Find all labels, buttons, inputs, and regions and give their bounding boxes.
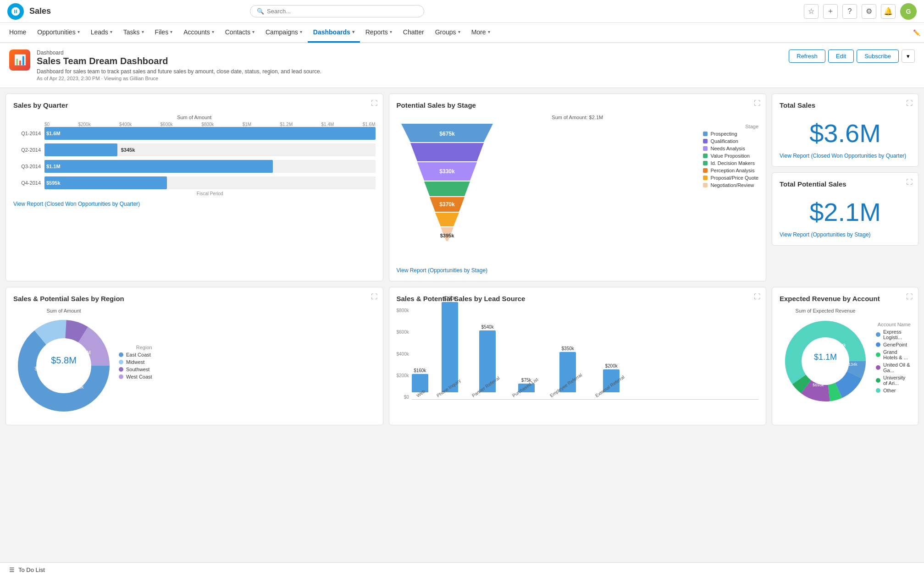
funnel-subtitle: Sum of Amount: $2.1M xyxy=(397,115,759,120)
lead-source-bars: $160k Web $790k Phone Inquiry $540k Part… xyxy=(412,308,758,400)
view-report-link[interactable]: View Report (Opportunities by Stage) xyxy=(397,267,759,274)
view-report-link[interactable]: View Report (Closed Won Opportunities by… xyxy=(13,201,376,207)
svg-text:$5.8M: $5.8M xyxy=(51,355,77,365)
sidebar-item-campaigns[interactable]: Campaigns ▾ xyxy=(260,22,308,43)
list-item: Negotiation/Review xyxy=(703,182,758,188)
dashboard-title-area: Dashboard Sales Team Dream Dashboard Das… xyxy=(37,49,321,81)
notifications-button[interactable]: 🔔 xyxy=(881,4,896,19)
dashboard-header: 📊 Dashboard Sales Team Dream Dashboard D… xyxy=(0,43,924,88)
total-sales-value: $3.6M xyxy=(780,118,911,148)
list-item: Midwest xyxy=(119,359,152,365)
svg-text:$1.1M: $1.1M xyxy=(814,352,837,362)
bar-external: $200k External Referral xyxy=(594,363,629,399)
breadcrumb: Dashboard xyxy=(37,49,321,56)
svg-text:$330k: $330k xyxy=(439,168,455,175)
sales-by-lead-source-card: Sales & Potential Sales by Lead Source ⛶… xyxy=(389,287,767,425)
list-item: Southwest xyxy=(119,367,152,372)
search-input[interactable] xyxy=(267,8,417,15)
avatar[interactable]: G xyxy=(900,3,917,20)
top-bar: Sales 🔍 ☆ ＋ ? ⚙ 🔔 G xyxy=(0,0,924,23)
search-bar[interactable]: 🔍 xyxy=(250,5,424,17)
donut-container: Sum of Amount $5.8M $3.7M $930k xyxy=(13,308,376,418)
bar-chart-subtitle: Sum of Amount xyxy=(13,115,376,120)
main-content: Sales by Quarter ⛶ Sum of Amount $0$200k… xyxy=(0,88,924,431)
expand-icon[interactable]: ⛶ xyxy=(371,293,377,300)
sidebar-item-tasks[interactable]: Tasks ▾ xyxy=(118,22,149,43)
bar-web: $160k Web xyxy=(412,368,428,399)
chevron-down-icon: ▾ xyxy=(488,29,490,34)
expand-icon[interactable]: ⛶ xyxy=(906,293,913,300)
list-item: Value Proposition xyxy=(703,153,758,159)
chevron-down-icon: ▾ xyxy=(252,29,255,34)
expand-icon[interactable]: ⛶ xyxy=(906,178,913,186)
total-sales-title: Total Sales xyxy=(780,101,911,109)
svg-marker-8 xyxy=(435,213,459,226)
y-axis: $800k $600k $400k $200k $0 xyxy=(397,308,412,400)
sf-logo[interactable] xyxy=(7,3,24,20)
svg-text:$124k: $124k xyxy=(835,343,846,347)
expand-icon[interactable]: ⛶ xyxy=(906,99,913,107)
sidebar-item-home[interactable]: Home xyxy=(4,22,32,43)
sidebar-item-dashboards[interactable]: Dashboards ▾ xyxy=(308,22,360,43)
bar-purchased: $75k Purchased List xyxy=(511,378,542,399)
funnel-legend: Stage Prospecting Qualification Needs An… xyxy=(703,124,758,190)
chevron-down-icon: ▾ xyxy=(352,29,354,34)
list-item: Grand Hotels & ... xyxy=(876,349,911,360)
favorites-button[interactable]: ☆ xyxy=(804,4,819,19)
sales-by-region-card: Sales & Potential Sales by Region ⛶ Sum … xyxy=(6,287,383,425)
total-potential-link[interactable]: View Report (Opportunities by Stage) xyxy=(780,231,911,238)
total-sales-link[interactable]: View Report (Closed Won Opportunities by… xyxy=(780,153,911,159)
help-button[interactable]: ? xyxy=(842,4,857,19)
chevron-down-icon: ▾ xyxy=(142,29,144,34)
svg-text:$3.7M: $3.7M xyxy=(78,350,91,355)
expand-icon[interactable]: ⛶ xyxy=(754,99,760,107)
chevron-down-icon: ▾ xyxy=(110,29,112,34)
add-button[interactable]: ＋ xyxy=(823,4,838,19)
sidebar-item-chatter[interactable]: Chatter xyxy=(398,22,430,43)
svg-text:$675k: $675k xyxy=(439,131,455,137)
table-row: Q1-2014 $1.6M xyxy=(13,127,376,140)
sidebar-item-more[interactable]: More ▾ xyxy=(466,22,496,43)
sidebar-item-opportunities[interactable]: Opportunities ▾ xyxy=(32,22,85,43)
sidebar-item-reports[interactable]: Reports ▾ xyxy=(360,22,398,43)
sidebar-item-groups[interactable]: Groups ▾ xyxy=(430,22,466,43)
chevron-down-icon: ▾ xyxy=(390,29,392,34)
bar-chart-rows: Q1-2014 $1.6M Q2-2014 $345k Q3-2014 $1.1… xyxy=(13,127,376,189)
expand-icon[interactable]: ⛶ xyxy=(371,99,377,107)
top-icons: ☆ ＋ ? ⚙ 🔔 G xyxy=(804,3,917,20)
sidebar-item-leads[interactable]: Leads ▾ xyxy=(85,22,118,43)
table-row: Q4-2014 $595k xyxy=(13,176,376,189)
sidebar-item-accounts[interactable]: Accounts ▾ xyxy=(178,22,220,43)
potential-sales-title: Potential Sales by Stage xyxy=(397,101,759,109)
refresh-button[interactable]: Refresh xyxy=(789,49,825,63)
bar-employee: $350k Employee Referral xyxy=(549,346,587,399)
list-item: Proposal/Price Quote xyxy=(703,175,758,181)
list-item: Express Logisti... xyxy=(876,329,911,340)
edit-button[interactable]: Edit xyxy=(828,49,854,63)
chevron-down-icon: ▾ xyxy=(212,29,214,34)
header-actions: Refresh Edit Subscribe ▾ xyxy=(789,49,915,63)
total-potential-value: $2.1M xyxy=(780,197,911,227)
list-item: Qualification xyxy=(703,138,758,144)
svg-marker-5 xyxy=(424,181,470,196)
subscribe-button[interactable]: Subscribe xyxy=(857,49,899,63)
sidebar-item-contacts[interactable]: Contacts ▾ xyxy=(220,22,260,43)
sidebar-item-files[interactable]: Files ▾ xyxy=(149,22,178,43)
potential-sales-card: Potential Sales by Stage ⛶ Sum of Amount… xyxy=(389,93,767,281)
expand-icon[interactable]: ⛶ xyxy=(754,293,760,300)
list-item: East Coast xyxy=(119,352,152,357)
actions-caret-button[interactable]: ▾ xyxy=(902,49,915,63)
expected-revenue-card: Expected Revenue by Account ⛶ Sum of Exp… xyxy=(772,287,918,425)
list-item: GenePoint xyxy=(876,342,911,347)
svg-text:$75k: $75k xyxy=(811,345,820,349)
revenue-donut-container: Sum of Expected Revenue $1.1M xyxy=(780,308,911,408)
list-item: West Coast xyxy=(119,374,152,379)
nav-edit-icon[interactable]: ✏️ xyxy=(913,29,920,36)
sales-by-quarter-title: Sales by Quarter xyxy=(13,101,376,109)
dashboard-description: Dashboard for sales team to track past s… xyxy=(37,68,321,75)
settings-button[interactable]: ⚙ xyxy=(862,4,876,19)
bar-phone: $790k Phone Inquiry xyxy=(436,296,464,399)
svg-marker-2 xyxy=(410,143,484,161)
total-potential-sales-card: Total Potential Sales ⛶ $2.1M View Repor… xyxy=(772,172,918,246)
lead-source-chart: $800k $600k $400k $200k $0 $160k Web $79… xyxy=(397,308,759,400)
